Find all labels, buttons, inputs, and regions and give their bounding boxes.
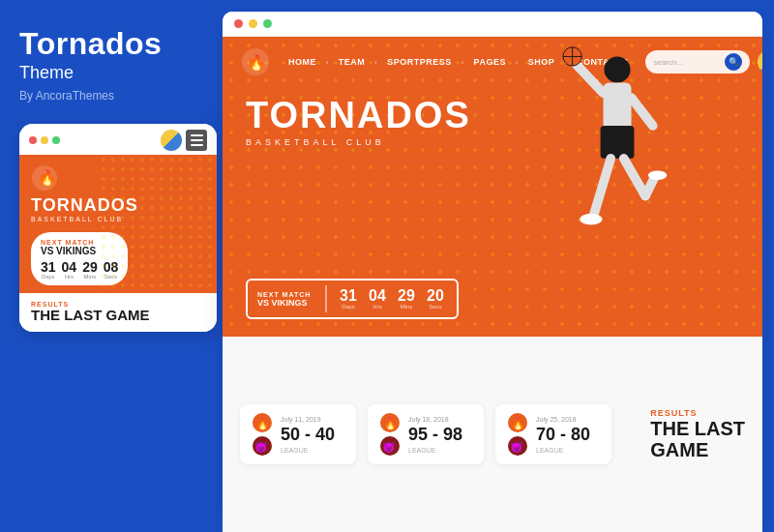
svg-text:🔥: 🔥: [255, 416, 270, 430]
desktop-cd-hrs-label: Hrs: [372, 304, 381, 310]
desktop-next-match-label: NEXT MATCH: [257, 291, 315, 298]
svg-text:😈: 😈: [254, 440, 268, 454]
mobile-countdown-days-num: 31: [41, 260, 56, 274]
mobile-window-dots: [29, 136, 60, 144]
result-card-3: 🔥 😈 July 25, 2018 70 - 80 League: [495, 404, 611, 464]
desktop-results-section: 🔥 😈 July 11, 2019 50 - 40 League 🔥 😈 Jul…: [223, 337, 762, 532]
desktop-hero: 🔥 HOME › TEAM › SPORTPRESS › PAGES › SHO…: [223, 37, 762, 337]
mobile-dot-red: [29, 136, 37, 144]
svg-text:😈: 😈: [510, 440, 523, 454]
burger-menu-icon[interactable]: [186, 130, 207, 151]
desktop-cd-days-num: 31: [340, 288, 357, 304]
browser-dot-green: [263, 19, 272, 28]
desktop-cd-mins-label: Mins: [401, 304, 413, 310]
team-logo-vikings-3: 😈: [507, 435, 528, 457]
desktop-results-label: RESULTS: [650, 408, 745, 418]
burger-line: [191, 139, 203, 141]
team-logo-icon: 🔥: [31, 164, 58, 192]
browser-dot-yellow: [249, 19, 257, 28]
result-logos-3: 🔥 😈: [507, 412, 528, 457]
nav-avatar-icon: [758, 50, 762, 74]
svg-rect-6: [601, 126, 635, 159]
nav-logo-icon: 🔥: [240, 46, 271, 77]
result-info-1: July 11, 2019 50 - 40 League: [281, 416, 344, 454]
desktop-countdown-wrap: NEXT MATCH VS VIKINGS 31 Days 04 Hrs: [246, 279, 459, 319]
nav-link-pages[interactable]: PAGES: [474, 57, 506, 67]
nav-link-home[interactable]: HOME: [288, 57, 316, 67]
nav-link-team[interactable]: TEAM: [339, 57, 366, 67]
player-image: [550, 42, 685, 322]
desktop-results-label-card: RESULTS THE LASTGAME: [650, 404, 745, 464]
result-league-3: League: [536, 447, 600, 454]
result-date-2: July 18, 2018: [408, 416, 472, 423]
result-logos-1: 🔥 😈: [252, 412, 273, 457]
desktop-countdown: 31 Days 04 Hrs 29 Mins 20: [337, 288, 447, 310]
theme-author: By AncoraThemes: [19, 89, 114, 103]
desktop-countdown-mins: 29 Mins: [395, 288, 418, 310]
result-info-2: July 18, 2018 95 - 98 League: [408, 416, 472, 454]
desktop-cd-hrs-num: 04: [369, 288, 386, 304]
team-logo-vikings-2: 😈: [379, 435, 401, 457]
mobile-mockup: 🔥 TORNADOS BASKETBALL CLUB NEXT MATCH VS…: [19, 124, 217, 332]
mobile-countdown-hrs-num: 04: [62, 260, 77, 274]
svg-text:🔥: 🔥: [247, 53, 266, 72]
result-score-2: 95 - 98: [408, 425, 472, 445]
browser-topbar: [223, 12, 762, 37]
svg-line-11: [645, 177, 655, 195]
svg-text:🔥: 🔥: [383, 416, 398, 430]
mobile-countdown-mins-num: 29: [82, 260, 98, 274]
desktop-next-match-info: NEXT MATCH VS VIKINGS: [257, 291, 315, 308]
desktop-countdown-days: 31 Days: [337, 288, 360, 310]
svg-line-10: [624, 159, 645, 196]
svg-point-13: [648, 170, 667, 180]
svg-text:🔥: 🔥: [511, 416, 525, 430]
theme-subtitle: Theme: [19, 63, 74, 83]
mobile-countdown-mins: 29 Mins: [82, 260, 98, 280]
burger-line: [191, 134, 203, 136]
nav-arrow: ›: [461, 59, 464, 66]
avatar-icon: [161, 130, 182, 151]
search-button[interactable]: 🔍: [725, 53, 742, 71]
result-card-1: 🔥 😈 July 11, 2019 50 - 40 League: [240, 404, 356, 464]
result-date-1: July 11, 2019: [281, 416, 344, 423]
team-logo-vikings-1: 😈: [252, 435, 273, 457]
burger-line: [191, 144, 203, 146]
team-logo-tornados-1: 🔥: [252, 412, 273, 433]
browser-dot-red: [234, 19, 243, 28]
browser-panel: 🔥 HOME › TEAM › SPORTPRESS › PAGES › SHO…: [223, 12, 762, 532]
team-logo-tornados-3: 🔥: [507, 412, 528, 433]
svg-line-9: [594, 159, 610, 215]
mobile-hero: 🔥 TORNADOS BASKETBALL CLUB NEXT MATCH VS…: [19, 155, 217, 293]
nav-link-sportpress[interactable]: SPORTPRESS: [387, 57, 452, 67]
nav-arrow: ›: [326, 59, 329, 66]
mobile-dot-yellow: [41, 136, 48, 144]
result-score-3: 70 - 80: [536, 425, 600, 445]
left-panel: Tornados Theme By AncoraThemes: [0, 0, 223, 532]
svg-point-4: [604, 56, 630, 82]
mobile-dot-green: [52, 136, 60, 144]
desktop-next-match-box: NEXT MATCH VS VIKINGS 31 Days 04 Hrs: [246, 279, 459, 319]
mobile-results: RESULTS THE LAST GAME: [19, 293, 217, 332]
mobile-countdown-hrs-label: Hrs: [65, 274, 74, 280]
countdown-divider: [325, 285, 327, 312]
desktop-cd-secs-label: Secs: [429, 304, 441, 310]
result-league-1: League: [281, 447, 344, 454]
desktop-cd-days-label: Days: [342, 304, 355, 310]
mobile-results-title: THE LAST GAME: [31, 308, 205, 324]
desktop-cd-secs-num: 20: [427, 288, 444, 304]
result-card-2: 🔥 😈 July 18, 2018 95 - 98 League: [368, 404, 484, 464]
result-date-3: July 25, 2018: [536, 416, 600, 423]
theme-title: Tornados: [19, 27, 162, 61]
result-info-3: July 25, 2018 70 - 80 League: [536, 416, 600, 454]
svg-text:🔥: 🔥: [38, 168, 57, 187]
result-league-2: League: [408, 447, 472, 454]
desktop-results-title: THE LASTGAME: [650, 418, 745, 460]
mobile-countdown-days-label: Days: [42, 274, 55, 280]
svg-line-8: [632, 98, 653, 126]
mobile-dots-bg: [99, 155, 217, 293]
mobile-countdown-days: 31 Days: [41, 260, 56, 280]
nav-arrow: ›: [374, 59, 377, 66]
svg-text:😈: 😈: [382, 440, 396, 454]
mobile-topbar: [19, 124, 217, 155]
mobile-nav-icons: [161, 130, 207, 151]
